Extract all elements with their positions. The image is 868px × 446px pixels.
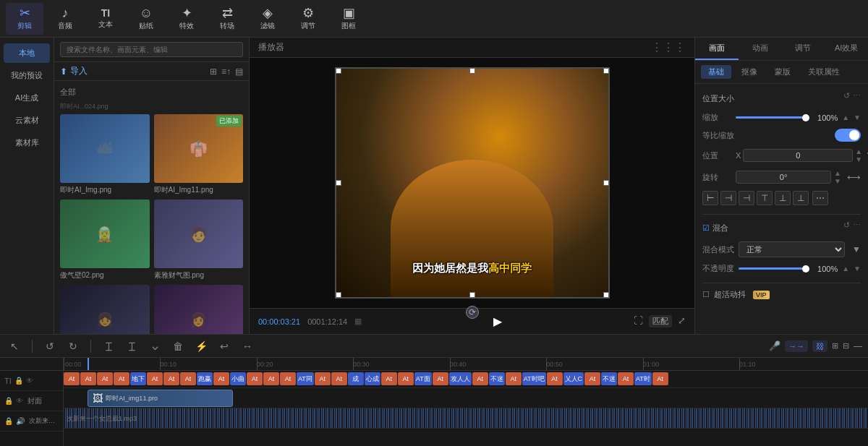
expand-icon[interactable]: ⤢: [678, 315, 686, 327]
rotation-up-icon[interactable]: ▲▼: [834, 169, 841, 185]
playhead[interactable]: [88, 358, 89, 370]
tool-transition[interactable]: ⇄ 转场: [208, 3, 246, 35]
chip-4[interactable]: At: [114, 372, 129, 385]
chip-19[interactable]: 心成: [365, 372, 380, 385]
tl-split-2[interactable]: ⌶: [123, 338, 140, 355]
expand-section-icon[interactable]: ⋯: [853, 91, 861, 100]
tab-adjust[interactable]: 调节: [782, 38, 825, 60]
opacity-slider-thumb[interactable]: [802, 265, 809, 273]
tl-zoom-out[interactable]: —: [854, 341, 862, 351]
blend-reset-icon[interactable]: ↺: [843, 220, 850, 230]
tab-ai-effect[interactable]: AI效果: [825, 38, 868, 60]
chip-24[interactable]: 攻人人: [449, 372, 472, 385]
media-item-6[interactable]: 👩 微反壁图_2025442.jpg: [154, 285, 244, 334]
chip-26[interactable]: 不迷: [489, 372, 505, 385]
chip-34[interactable]: AT时: [634, 372, 652, 385]
filter-icon[interactable]: ▤: [235, 67, 243, 77]
align-center-v[interactable]: ⊥: [775, 191, 791, 205]
blend-mode-select[interactable]: 正常: [739, 241, 845, 257]
ratio-toggle-switch[interactable]: [835, 129, 861, 142]
chip-13[interactable]: At: [263, 372, 279, 385]
chip-16[interactable]: At: [315, 372, 331, 385]
chip-31[interactable]: At: [584, 372, 600, 385]
tool-text[interactable]: TI 文本: [87, 3, 124, 35]
chip-6[interactable]: At: [147, 372, 163, 385]
sidebar-item-import[interactable]: 我的预设: [4, 66, 50, 85]
tl-split-3[interactable]: ⌵: [146, 338, 163, 355]
chip-28[interactable]: AT时吧: [522, 372, 546, 385]
tl-select-tool[interactable]: ↖: [6, 338, 23, 355]
align-center-h[interactable]: ⊣: [720, 191, 736, 205]
chip-12[interactable]: At: [247, 372, 263, 385]
sidebar-item-cloud[interactable]: 云素材: [4, 111, 50, 130]
chip-14[interactable]: At: [280, 372, 296, 385]
chip-33[interactable]: At: [618, 372, 634, 385]
scale-down-icon[interactable]: ▼: [854, 113, 861, 121]
chip-29[interactable]: At: [547, 372, 563, 385]
sort-icon[interactable]: ≡↑: [221, 67, 231, 77]
tl-magnet-icon[interactable]: →→: [785, 340, 808, 352]
audio-lock-icon[interactable]: 🔒: [4, 417, 13, 425]
scale-up-icon[interactable]: ▲: [842, 113, 849, 121]
tl-undo2[interactable]: ↩: [216, 338, 233, 355]
chip-15[interactable]: AT同: [297, 372, 314, 385]
subtab-keying[interactable]: 抠像: [734, 65, 765, 79]
chip-9[interactable]: 跑赢: [197, 372, 213, 385]
media-item-2[interactable]: 👘 已添加 即时AI_Img11.png: [154, 114, 244, 195]
opacity-slider[interactable]: [739, 267, 806, 270]
play-button[interactable]: ▶: [493, 314, 502, 328]
tl-collapse-icon[interactable]: ⊟: [843, 341, 849, 351]
resize-handle-ml[interactable]: [336, 180, 341, 186]
blend-expand-icon[interactable]: ⋯: [853, 220, 861, 230]
ruler-marks[interactable]: 00:00 00:10 00:20 00:30 00:40 00:50 01:0…: [64, 358, 868, 370]
rotate-handle[interactable]: ⟳: [466, 306, 479, 319]
tool-filter[interactable]: ◈ 滤镜: [249, 3, 286, 35]
subtab-link[interactable]: 关联属性: [801, 65, 847, 79]
rotation-flip-icon[interactable]: ⟷: [847, 172, 861, 183]
tl-undo[interactable]: ↺: [41, 338, 59, 355]
subtab-basic[interactable]: 基础: [701, 65, 731, 79]
tool-sticker[interactable]: ☺ 贴纸: [127, 3, 165, 35]
chip-35[interactable]: At: [652, 372, 668, 385]
import-button[interactable]: ⬆ 导入: [60, 65, 88, 77]
ratio-toggle[interactable]: [835, 129, 861, 142]
tl-lightning[interactable]: ⚡: [192, 338, 210, 355]
tl-audio-icon[interactable]: 🎤: [769, 340, 780, 351]
chip-5[interactable]: 地下: [130, 372, 146, 385]
subtab-mask[interactable]: 蒙版: [767, 65, 798, 79]
video-lock-icon[interactable]: 🔒: [4, 397, 13, 405]
tab-canvas[interactable]: 画面: [695, 38, 739, 60]
search-input[interactable]: [60, 42, 243, 57]
tool-adjust[interactable]: ⚙ 调节: [289, 3, 327, 35]
media-item-3[interactable]: 🧝 傲气壁02.png: [60, 200, 150, 280]
tool-audio[interactable]: ♪ 音频: [46, 3, 84, 35]
x-up-icon[interactable]: ▲▼: [855, 147, 862, 163]
chip-10[interactable]: At: [213, 372, 229, 385]
align-top[interactable]: ⊤: [757, 191, 773, 205]
preview-menu-icon[interactable]: ⋮⋮⋮: [651, 40, 686, 54]
chip-17[interactable]: At: [331, 372, 347, 385]
resize-handle-tr[interactable]: [603, 68, 609, 74]
sidebar-item-local[interactable]: 本地: [4, 43, 50, 63]
chip-3[interactable]: At: [97, 372, 113, 385]
audio-wave-icon[interactable]: 🔊: [16, 417, 25, 425]
subtitle-lock-icon[interactable]: 🔒: [14, 377, 23, 385]
video-clip[interactable]: 🖼 即时AI_img11.pro: [88, 390, 232, 407]
tl-redo[interactable]: ↻: [64, 338, 82, 355]
resize-handle-br[interactable]: [603, 292, 609, 298]
chip-20[interactable]: At: [381, 372, 397, 385]
media-item-5[interactable]: 👧 微反壁图_2025428.jpg: [60, 285, 150, 334]
scale-slider-thumb[interactable]: [802, 114, 809, 121]
chip-11[interactable]: 小曲: [230, 372, 246, 385]
stabilize-checkbox[interactable]: ☐: [702, 290, 710, 299]
blend-checkbox[interactable]: ☑: [702, 223, 710, 233]
chip-7[interactable]: At: [163, 372, 179, 385]
media-item-1[interactable]: 🏙 即时AI_Img.png: [60, 114, 150, 195]
tool-effect[interactable]: ✦ 特效: [168, 3, 205, 35]
align-bottom[interactable]: ⊥: [793, 191, 809, 205]
tl-split[interactable]: ⌶: [100, 338, 117, 355]
subtitle-eye-icon[interactable]: 👁: [26, 377, 33, 385]
tl-link-icon[interactable]: ⛓: [812, 340, 827, 352]
resize-handle-tm[interactable]: [469, 68, 475, 74]
chip-8[interactable]: At: [180, 372, 196, 385]
